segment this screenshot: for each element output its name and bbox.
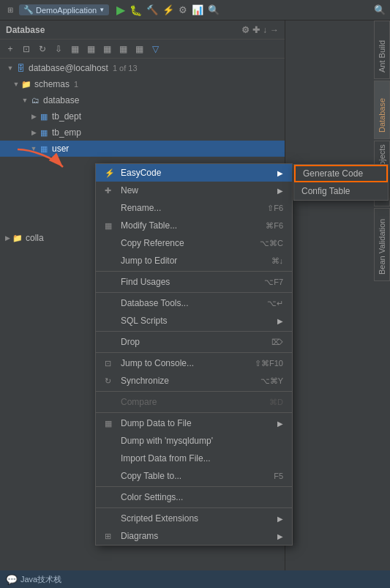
database-tab-label: Database: [378, 98, 386, 133]
config-table-label: Config Table: [301, 186, 350, 196]
menu-label: Jump to Editor: [121, 256, 177, 266]
debug-button[interactable]: 🐛: [130, 4, 142, 16]
expand-arrow-icon: ▶: [29, 128, 38, 137]
run-button[interactable]: ▶: [116, 3, 125, 17]
tree-item-tb-dept[interactable]: ▶ ▦ tb_dept: [0, 108, 285, 124]
folder-icon: 📁: [12, 232, 23, 244]
tree-item-tb-emp[interactable]: ▶ ▦ tb_emp: [0, 124, 285, 141]
search-everywhere-icon[interactable]: 🔍: [374, 4, 386, 15]
menu-item-easycode[interactable]: ⚡ EasyCode ▶ Generate Code Config Table: [96, 164, 292, 182]
menu-label: Copy Table to...: [121, 471, 181, 481]
menu-item-copy-reference[interactable]: Copy Reference ⌥⌘C: [96, 234, 292, 252]
menu-label: Scripted Extensions: [121, 513, 198, 524]
menu-item-new[interactable]: ✚ New ▶: [96, 182, 292, 199]
shortcut-label: ⌘↓: [271, 256, 284, 266]
schema-icon[interactable]: ▦: [67, 42, 82, 56]
grid-icon: ⊞: [4, 4, 16, 16]
collapse-icon[interactable]: ↓: [263, 25, 267, 35]
annotation-arrow: [10, 144, 69, 175]
schema-icon: 🗂: [29, 94, 41, 106]
shortcut-label: ⌘F6: [266, 221, 283, 231]
add-datasource-icon[interactable]: ✚: [252, 25, 260, 35]
menu-item-scripted-extensions[interactable]: Scripted Extensions ▶: [96, 510, 292, 527]
table-view-icon[interactable]: ▦: [83, 42, 98, 56]
dump-icon: ▦: [105, 419, 118, 428]
menu-item-database-tools[interactable]: Database Tools... ⌥↵: [96, 294, 292, 312]
filter-icon[interactable]: ▽: [148, 42, 162, 56]
menu-item-copy-table[interactable]: Copy Table to... F5: [96, 467, 292, 485]
menu-item-dump-data[interactable]: ▦ Dump Data to File ▶: [96, 414, 292, 432]
top-toolbar: ⊞ 🔧 DemoApplication ▼ ▶ 🐛 🔨 ⚡ ⚙ 📊 🔍 🔍: [0, 0, 390, 21]
menu-item-jump-to-editor[interactable]: Jump to Editor ⌘↓: [96, 252, 292, 269]
menu-item-import-data[interactable]: Import Data from File...: [96, 450, 292, 467]
schemas-count: 1: [74, 80, 78, 89]
shortcut-label: ⇧F6: [267, 204, 283, 213]
new-icon: ✚: [105, 186, 118, 196]
shortcut-label: ⌥⌘C: [260, 239, 283, 248]
menu-item-find-usages[interactable]: Find Usages ⌥F7: [96, 273, 292, 291]
indexes-icon[interactable]: ▦: [116, 42, 130, 56]
menu-item-diagrams[interactable]: ⊞ Diagrams ▶: [96, 527, 292, 545]
tree-item-schemas[interactable]: ▼ 📁 schemas 1: [0, 76, 285, 92]
run-config-button[interactable]: ⚙: [179, 4, 187, 15]
modify-icon: ▦: [105, 221, 118, 231]
profile-button[interactable]: 🔨: [146, 4, 158, 15]
app-selector[interactable]: 🔧 DemoApplication ▼: [19, 4, 109, 15]
menu-label: Drop: [121, 337, 140, 347]
menu-label: Diagrams: [121, 531, 158, 541]
expand-arrow-icon: ▼: [6, 64, 15, 72]
collab-label: colla: [26, 233, 44, 243]
menu-item-dump-mysqldump[interactable]: Dump with 'mysqldump': [96, 432, 292, 450]
fk-icon[interactable]: ▦: [132, 42, 146, 56]
schemas-label: schemas: [34, 79, 70, 89]
context-menu: ⚡ EasyCode ▶ Generate Code Config Table …: [95, 163, 293, 546]
shortcut-label: ⌥↵: [267, 299, 283, 308]
menu-item-modify-table[interactable]: ▦ Modify Table... ⌘F6: [96, 217, 292, 234]
shortcut-label: ⌘D: [269, 398, 283, 407]
menu-item-jump-to-console[interactable]: ⊡ Jump to Console... ⇧⌘F10: [96, 354, 292, 372]
tree-item-database-schema[interactable]: ▼ 🗂 database: [0, 92, 285, 108]
expand-icon[interactable]: →: [270, 25, 279, 35]
table-label: tb_emp: [52, 127, 81, 138]
menu-label: Dump with 'mysqldump': [121, 436, 213, 446]
ide-main: Database ⚙ ✚ ↓ → + ⊡ ↻ ⇩ ▦ ▦ ▦ ▦ ▦ ▽: [0, 21, 390, 588]
settings-icon[interactable]: ⚙: [241, 25, 250, 35]
menu-separator: [96, 271, 292, 272]
menu-label: Synchronize: [121, 376, 169, 386]
chevron-down-icon: ▼: [99, 7, 105, 13]
submenu-item-generate-code[interactable]: Generate Code: [294, 165, 388, 182]
coverage-button[interactable]: 📊: [192, 4, 203, 15]
side-tab-database[interactable]: Database: [374, 81, 390, 139]
menu-label: Import Data from File...: [121, 453, 211, 464]
menu-separator: [96, 412, 292, 413]
menu-item-synchronize[interactable]: ↻ Synchronize ⌥⌘Y: [96, 372, 292, 390]
shortcut-label: ⌦: [271, 338, 283, 347]
menu-item-rename[interactable]: Rename... ⇧F6: [96, 199, 292, 217]
columns-icon[interactable]: ▦: [100, 42, 114, 56]
menu-separator: [96, 352, 292, 353]
db-count: 1 of 13: [113, 64, 138, 72]
menu-item-color-settings[interactable]: Color Settings...: [96, 488, 292, 506]
side-tab-ant-build[interactable]: Ant Build: [374, 21, 390, 79]
side-tabs: Ant Build Database Maven Projects Bean V…: [285, 21, 390, 588]
shortcut-label: ⌥F7: [264, 278, 283, 287]
jump-icon[interactable]: ⇩: [51, 42, 66, 56]
tree-item-db[interactable]: ▼ 🗄 database@localhost 1 of 13: [0, 60, 285, 76]
console-icon[interactable]: ⊡: [19, 42, 34, 56]
add-icon[interactable]: +: [3, 42, 18, 56]
side-tab-bean-validation[interactable]: Bean Validation: [374, 208, 390, 281]
submenu-item-config-table[interactable]: Config Table: [294, 182, 388, 200]
shortcut-label: ⇧⌘F10: [255, 359, 283, 368]
inspect-button[interactable]: 🔍: [208, 4, 220, 15]
submenu-arrow-icon: ▶: [277, 532, 283, 540]
build-button[interactable]: ⚡: [162, 4, 174, 15]
refresh-icon[interactable]: ↻: [35, 42, 50, 56]
menu-item-drop[interactable]: Drop ⌦: [96, 333, 292, 351]
menu-label: Dump Data to File: [121, 418, 192, 428]
menu-label: Modify Table...: [121, 220, 177, 231]
shortcut-label: ⌥⌘Y: [260, 376, 283, 386]
table-icon: ▦: [38, 127, 50, 138]
app-name: DemoApplication: [36, 6, 97, 15]
menu-item-sql-scripts[interactable]: SQL Scripts ▶: [96, 312, 292, 330]
menu-label: Jump to Console...: [121, 358, 194, 368]
